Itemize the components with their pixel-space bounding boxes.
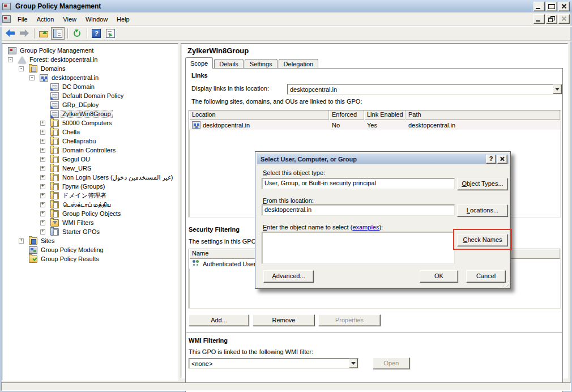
- tree-item-label: Non Login Users (غير المستخدمين دخول): [61, 174, 174, 181]
- tree-item[interactable]: +Chella: [2, 127, 178, 137]
- expand-icon[interactable]: +: [40, 166, 45, 171]
- ok-button[interactable]: OK: [420, 270, 458, 283]
- column-location[interactable]: Location: [189, 110, 329, 120]
- tree-item[interactable]: -Forest: desktopcentral.in: [2, 55, 178, 64]
- console-tree-panel: Group Policy Management-Forest: desktopc…: [2, 43, 178, 381]
- cancel-button[interactable]: Cancel: [466, 270, 506, 283]
- tree-item[interactable]: +Non Login Users (غير المستخدمين دخول): [2, 173, 178, 182]
- tree-item[interactable]: +ドメイン管理者: [2, 191, 178, 200]
- check-names-highlight: [453, 229, 512, 250]
- tree-item[interactable]: ZylkerWin8Group: [2, 109, 178, 118]
- locations-button[interactable]: Locations...: [457, 204, 508, 217]
- child-minimize-button[interactable]: [533, 14, 545, 24]
- export-list-button[interactable]: [104, 27, 117, 40]
- tree-item[interactable]: +50000 Computers: [2, 118, 178, 127]
- dialog-help-button[interactable]: ?: [486, 155, 496, 164]
- tree-item[interactable]: Group Policy Management: [2, 46, 178, 55]
- tree-item[interactable]: DC Domain: [2, 82, 178, 91]
- column-link-enabled[interactable]: Link Enabled: [364, 110, 405, 120]
- tree-item[interactable]: +Starter GPOs: [2, 227, 178, 236]
- collapse-icon[interactable]: -: [19, 66, 24, 71]
- tree-item-label: Групи (Groups): [61, 183, 106, 190]
- wmi-filter-dropdown-button[interactable]: [349, 359, 358, 368]
- close-icon: [559, 2, 569, 11]
- display-links-dropdown-button[interactable]: [553, 84, 562, 94]
- refresh-button[interactable]: [70, 27, 84, 40]
- menu-help[interactable]: Help: [112, 14, 134, 24]
- tree-item[interactable]: +Domain Controllers: [2, 146, 178, 155]
- maximize-button[interactable]: [546, 2, 557, 11]
- console-tree: Group Policy Management-Forest: desktopc…: [2, 46, 178, 263]
- back-button[interactable]: [3, 27, 17, 40]
- tree-item[interactable]: Group Policy Modeling: [2, 245, 178, 254]
- tab-details[interactable]: Details: [214, 59, 244, 69]
- tree-item[interactable]: +Sites: [2, 236, 178, 245]
- expand-icon[interactable]: +: [40, 130, 45, 135]
- help-button[interactable]: [89, 27, 103, 40]
- expand-icon[interactable]: +: [40, 175, 45, 180]
- tree-item[interactable]: GRp_DEploy: [2, 100, 178, 109]
- advanced-button[interactable]: Advanced...: [263, 270, 314, 283]
- links-list-header: Location Enforced Link Enabled Path: [189, 110, 560, 120]
- forward-button[interactable]: [18, 27, 31, 40]
- dialog-title-bar[interactable]: Select User, Computer, or Group ?: [257, 154, 509, 164]
- child-restore-button[interactable]: [546, 14, 557, 24]
- object-name-input[interactable]: [262, 232, 455, 264]
- tab-delegation[interactable]: Delegation: [279, 59, 319, 69]
- dialog-close-button[interactable]: [497, 155, 507, 164]
- remove-button[interactable]: Remove: [253, 314, 315, 326]
- path-cell: desktopcentral.in: [405, 122, 560, 129]
- expand-icon[interactable]: +: [40, 220, 45, 225]
- object-types-button[interactable]: Object Types...: [457, 178, 508, 190]
- tab-settings[interactable]: Settings: [245, 59, 278, 69]
- console-icon: [2, 15, 11, 23]
- display-links-label: Display links in this location:: [191, 85, 269, 92]
- domain-icon: [192, 121, 200, 129]
- column-enforced[interactable]: Enforced: [329, 110, 364, 120]
- expand-icon[interactable]: +: [40, 193, 45, 198]
- expand-icon[interactable]: +: [40, 229, 45, 235]
- expand-icon[interactable]: +: [40, 184, 45, 189]
- tree-item[interactable]: Default Domain Policy: [2, 91, 178, 100]
- tree-item[interactable]: +WMI Filters: [2, 218, 178, 227]
- tree-item[interactable]: +Chellaprabu: [2, 137, 178, 146]
- table-row[interactable]: desktopcentral.inNoYesdesktopcentral.in: [189, 120, 560, 130]
- tree-item[interactable]: +Gogul OU: [2, 155, 178, 164]
- menu-action[interactable]: Action: [32, 14, 59, 24]
- column-path[interactable]: Path: [405, 110, 560, 120]
- expand-icon[interactable]: +: [40, 202, 45, 207]
- object-type-label: Select this object type:: [263, 169, 325, 176]
- chevron-down-icon: [351, 362, 356, 367]
- add-button[interactable]: Add...: [189, 314, 249, 326]
- expand-icon[interactable]: +: [40, 148, 45, 153]
- display-links-combobox[interactable]: desktopcentral.in: [287, 84, 562, 95]
- menu-view[interactable]: View: [58, 14, 81, 24]
- minimize-button[interactable]: [533, 2, 545, 11]
- object-type-field[interactable]: User, Group, or Built-in security princi…: [262, 178, 455, 189]
- close-button[interactable]: [558, 2, 570, 11]
- tree-item[interactable]: +New_URS: [2, 164, 178, 173]
- wmi-filter-combobox[interactable]: <none>: [189, 358, 358, 369]
- tree-item[interactable]: +Групи (Groups): [2, 182, 178, 191]
- tab-scope[interactable]: Scope: [185, 57, 213, 69]
- menu-window[interactable]: Window: [81, 14, 112, 24]
- examples-link[interactable]: examples: [352, 224, 379, 231]
- collapse-icon[interactable]: -: [29, 75, 35, 80]
- expand-icon[interactable]: +: [40, 139, 45, 144]
- tree-item[interactable]: -desktopcentral.in: [2, 73, 178, 82]
- menu-file[interactable]: File: [13, 14, 32, 24]
- show-console-tree-button[interactable]: [51, 27, 65, 40]
- tree-item[interactable]: +Group Policy Objects: [2, 209, 178, 218]
- tree-item[interactable]: -Domains: [2, 64, 178, 73]
- expand-icon[interactable]: +: [40, 157, 45, 162]
- gpo-folder-icon: [50, 210, 59, 218]
- from-location-field[interactable]: desktopcentral.in: [262, 204, 455, 216]
- tree-item[interactable]: +டெஸ்க்டாப் மத்திய: [2, 200, 178, 209]
- expand-icon[interactable]: +: [40, 121, 45, 126]
- tree-item-label: ZylkerWin8Group: [61, 110, 112, 117]
- up-one-level-button[interactable]: [37, 27, 50, 40]
- collapse-icon[interactable]: -: [8, 57, 13, 62]
- tree-item[interactable]: Group Policy Results: [2, 254, 178, 263]
- expand-icon[interactable]: +: [19, 238, 24, 244]
- expand-icon[interactable]: +: [40, 211, 45, 216]
